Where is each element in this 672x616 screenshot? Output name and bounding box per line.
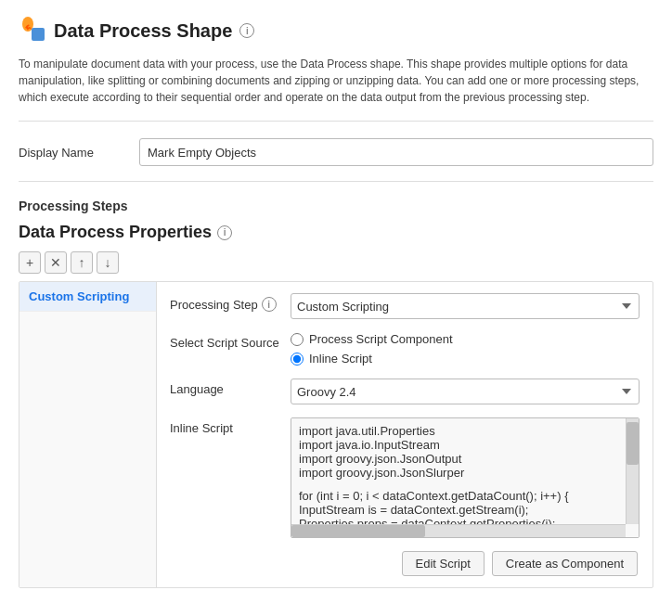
sub-section-info-icon[interactable]: i xyxy=(217,225,232,240)
display-name-input[interactable] xyxy=(139,138,653,166)
button-row: Edit Script Create as Component xyxy=(170,551,640,576)
processing-steps-section: Processing Steps Data Process Properties… xyxy=(19,181,653,588)
code-line-5 xyxy=(299,480,624,489)
script-source-control: Process Script Component Inline Script xyxy=(291,332,640,366)
code-inner[interactable]: import java.util.Properties import java.… xyxy=(291,418,639,537)
processing-steps-title: Processing Steps xyxy=(19,199,653,213)
move-down-button[interactable]: ↓ xyxy=(97,251,119,274)
page-header: Data Process Shape i xyxy=(19,17,653,45)
display-name-label: Display Name xyxy=(19,146,139,160)
inline-script-radio[interactable] xyxy=(291,353,304,366)
language-label: Language xyxy=(170,379,291,396)
form-panel: Processing Step i Custom Scripting Data … xyxy=(157,282,653,587)
processing-step-info-icon[interactable]: i xyxy=(262,297,277,312)
inline-script-option[interactable]: Inline Script xyxy=(291,352,640,366)
main-content: Custom Scripting Processing Step i Custo… xyxy=(19,281,653,588)
code-line-6: for (int i = 0; i < dataContext.getDataC… xyxy=(299,489,624,503)
inline-script-row: Inline Script import java.util.Propertie… xyxy=(170,417,640,538)
processing-step-row: Processing Step i Custom Scripting Data … xyxy=(170,293,640,319)
remove-button[interactable]: ✕ xyxy=(45,251,67,274)
code-line-2: import java.io.InputStream xyxy=(299,438,624,452)
horizontal-scrollbar[interactable] xyxy=(291,524,626,537)
inline-script-control: import java.util.Properties import java.… xyxy=(291,417,640,538)
vertical-scrollbar[interactable] xyxy=(626,418,639,524)
script-source-label: Select Script Source xyxy=(170,332,291,350)
sidebar: Custom Scripting xyxy=(19,282,157,587)
shape-icon xyxy=(19,17,46,45)
process-script-component-radio[interactable] xyxy=(291,333,304,346)
sidebar-item-custom-scripting[interactable]: Custom Scripting xyxy=(19,282,156,312)
sub-section-header: Data Process Properties i xyxy=(19,223,653,242)
svg-rect-1 xyxy=(32,28,45,41)
language-select[interactable]: Groovy 2.4 Groovy 1.8 JavaScript xyxy=(291,379,640,404)
page-description: To manipulate document data with your pr… xyxy=(19,56,653,122)
inline-script-label: Inline Script xyxy=(170,417,291,435)
language-row: Language Groovy 2.4 Groovy 1.8 JavaScrip… xyxy=(170,379,640,404)
script-source-row: Select Script Source Process Script Comp… xyxy=(170,332,640,366)
processing-step-label: Processing Step i xyxy=(170,293,291,312)
display-name-row: Display Name xyxy=(19,138,653,166)
toolbar: + ✕ ↑ ↓ xyxy=(19,251,653,274)
header-info-icon[interactable]: i xyxy=(239,23,254,38)
code-line-1: import java.util.Properties xyxy=(299,424,624,438)
page-container: Data Process Shape i To manipulate docum… xyxy=(0,0,672,607)
add-button[interactable]: + xyxy=(19,251,41,274)
processing-step-select[interactable]: Custom Scripting Data Elements xyxy=(291,293,640,319)
sub-section-title: Data Process Properties xyxy=(19,223,212,242)
vertical-scrollbar-thumb xyxy=(627,422,639,465)
horizontal-scrollbar-thumb xyxy=(291,525,425,537)
language-control: Groovy 2.4 Groovy 1.8 JavaScript xyxy=(291,379,640,404)
code-line-3: import groovy.json.JsonOutput xyxy=(299,452,624,466)
code-scroll-wrapper: import java.util.Properties import java.… xyxy=(291,417,640,538)
code-line-7: InputStream is = dataContext.getStream(i… xyxy=(299,503,624,517)
process-script-component-option[interactable]: Process Script Component xyxy=(291,332,640,346)
move-up-button[interactable]: ↑ xyxy=(71,251,93,274)
create-as-component-button[interactable]: Create as Component xyxy=(492,551,638,576)
code-line-4: import groovy.json.JsonSlurper xyxy=(299,466,624,480)
page-title: Data Process Shape xyxy=(54,20,232,42)
processing-step-control: Custom Scripting Data Elements xyxy=(291,293,640,319)
edit-script-button[interactable]: Edit Script xyxy=(402,551,485,576)
